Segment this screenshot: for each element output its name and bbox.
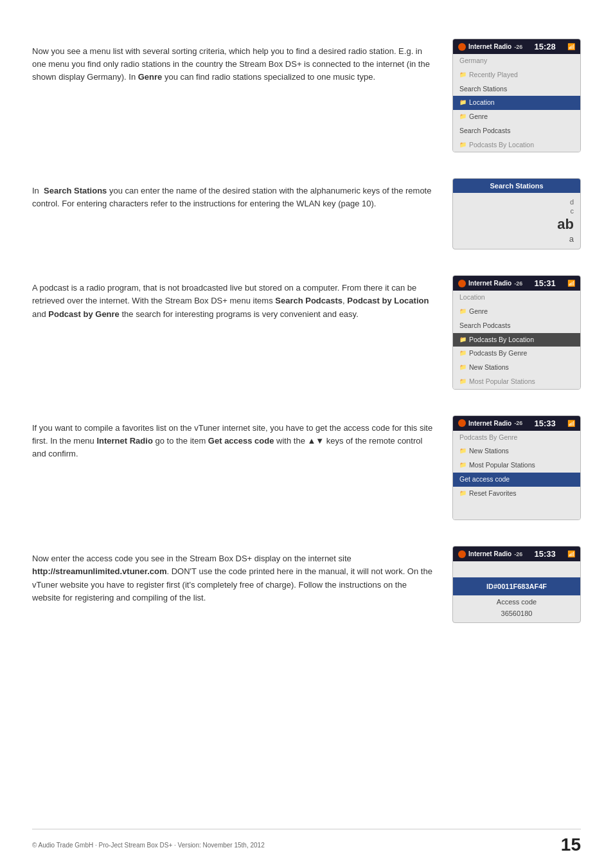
screen-title-3: Internet Radio -26	[458, 280, 522, 287]
folder-icon-podcasts-loc-3: 📁	[459, 336, 466, 345]
menu-item-podcasts-by-genre-3: 📁 Podcasts By Genre	[453, 347, 580, 361]
screen-label-4: Internet Radio	[468, 420, 511, 427]
menu-item-genre-3: 📁 Genre	[453, 305, 580, 319]
logo-dot-1	[458, 43, 466, 51]
access-screen-header: Internet Radio -26 15:33 📶	[453, 547, 580, 561]
menu-item-new-stations-3-label: New Stations	[469, 363, 509, 373]
access-signal-icon: 📶	[567, 550, 575, 557]
menu-item-search-podcasts-3: Search Podcasts	[453, 319, 580, 333]
menu-item-search-podcasts: Search Podcasts	[453, 124, 580, 138]
menu-item-podcasts-genre-4: Podcasts By Genre	[453, 431, 580, 445]
menu-item-podcasts-by-location: 📁 Podcasts By Location	[453, 138, 580, 152]
section-2-screen: Search Stations d c ab a	[452, 178, 581, 249]
menu-item-genre-label: Genre	[469, 112, 488, 122]
screen-time-1: 15:28	[535, 42, 556, 51]
section-4-text: If you want to compile a favorites list …	[32, 415, 433, 460]
menu-item-germany: Germany	[453, 54, 580, 68]
search-char-ab: ab	[557, 216, 574, 233]
section-2-text: In Search Stations you can enter the nam…	[32, 178, 433, 210]
logo-dot-4	[458, 419, 466, 427]
folder-icon-location: 📁	[459, 98, 466, 107]
menu-item-reset-4-label: Reset Favorites	[469, 489, 517, 499]
page-footer: © Audio Trade GmbH · Pro-Ject Stream Box…	[32, 829, 581, 855]
menu-item-location-3-label: Location	[459, 293, 485, 303]
signal-icon-4: 📶	[567, 420, 575, 427]
access-code-number: 36560180	[501, 610, 533, 617]
section-1-text: Now you see a menu list with several sor…	[32, 39, 433, 84]
menu-item-genre: 📁 Genre	[453, 110, 580, 124]
menu-item-genre-3-label: Genre	[469, 307, 488, 317]
access-code-label: Access code	[453, 595, 580, 608]
access-code-value: 36560180	[453, 608, 580, 622]
menu-item-podcasts-genre-4-label: Podcasts By Genre	[459, 433, 517, 443]
logo-dot-3	[458, 280, 466, 287]
search-screen-header: Search Stations	[453, 179, 580, 193]
access-code-label-text: Access code	[497, 598, 537, 606]
section-5-screen: Internet Radio -26 15:33 📶 ID#0011F683AF…	[452, 546, 581, 623]
device-screen-4: Internet Radio -26 15:33 📶 Podcasts By G…	[452, 415, 581, 521]
menu-item-popular-3-label: Most Popular Stations	[469, 377, 535, 387]
screen-body-3: Location 📁 Genre Search Podcasts 📁 Podca…	[453, 291, 580, 388]
menu-item-new-4-label: New Stations	[469, 446, 509, 457]
screen-header-3: Internet Radio -26 15:31 📶	[453, 276, 580, 291]
folder-icon-reset-4: 📁	[459, 489, 466, 498]
screen-temp-4: -26	[514, 420, 522, 426]
folder-icon-podcasts-genre-3: 📁	[459, 349, 466, 358]
search-screen: Search Stations d c ab a	[452, 178, 581, 249]
screen-header-4: Internet Radio -26 15:33 📶	[453, 416, 580, 431]
screen-time-4: 15:33	[535, 419, 556, 428]
menu-item-germany-label: Germany	[459, 56, 487, 66]
access-screen-label: Internet Radio	[468, 550, 511, 557]
screen-body-4: Podcasts By Genre 📁 New Stations 📁 Most …	[453, 431, 580, 520]
screen-temp-3: -26	[514, 280, 522, 287]
section-2: In Search Stations you can enter the nam…	[32, 178, 581, 249]
section-4-screen: Internet Radio -26 15:33 📶 Podcasts By G…	[452, 415, 581, 521]
folder-icon-recently: 📁	[459, 71, 466, 80]
section-3-text: A podcast is a radio program, that is no…	[32, 275, 433, 320]
section-1: Now you see a menu list with several sor…	[32, 39, 581, 152]
section-4: If you want to compile a favorites list …	[32, 415, 581, 521]
menu-item-new-4: 📁 New Stations	[453, 444, 580, 458]
menu-item-search-podcasts-3-label: Search Podcasts	[459, 321, 510, 331]
menu-item-search-stations: Search Stations	[453, 82, 580, 96]
folder-icon-new-3: 📁	[459, 363, 466, 372]
menu-item-popular-4: 📁 Most Popular Stations	[453, 458, 580, 473]
menu-item-podcasts-by-location-label: Podcasts By Location	[469, 140, 534, 150]
menu-item-new-stations-3: 📁 New Stations	[453, 361, 580, 375]
menu-item-podcasts-by-location-3: 📁 Podcasts By Location	[453, 333, 580, 347]
screen-title-1: Internet Radio -26	[458, 43, 522, 51]
screen-label-3: Internet Radio	[468, 280, 511, 287]
device-screen-3: Internet Radio -26 15:31 📶 Location 📁 Ge…	[452, 275, 581, 389]
section-3: A podcast is a radio program, that is no…	[32, 275, 581, 389]
menu-item-popular-4-label: Most Popular Stations	[469, 460, 535, 471]
signal-icon-1: 📶	[567, 43, 575, 50]
screen-temp-1: -26	[514, 44, 522, 50]
screen-time-3: 15:31	[535, 278, 556, 288]
signal-icon-3: 📶	[567, 280, 575, 287]
folder-icon-popular-4: 📁	[459, 461, 466, 470]
menu-item-recently-played: 📁 Recently Played	[453, 68, 580, 82]
access-id-text: ID#0011F683AF4F	[486, 583, 547, 590]
menu-item-location: 📁 Location	[453, 96, 580, 110]
menu-item-get-access-4: Get access code	[453, 473, 580, 487]
section-3-screen: Internet Radio -26 15:31 📶 Location 📁 Ge…	[452, 275, 581, 389]
screen-label-1: Internet Radio	[468, 43, 511, 50]
section-5: Now enter the access code you see in the…	[32, 546, 581, 623]
page-content: Now you see a menu list with several sor…	[0, 0, 613, 674]
menu-item-location-3: Location	[453, 291, 580, 305]
access-id-display: ID#0011F683AF4F	[453, 577, 580, 595]
access-screen-title: Internet Radio -26	[458, 550, 522, 558]
search-char-c: c	[571, 207, 574, 215]
access-screen-time: 15:33	[535, 549, 556, 559]
folder-icon-genre-3: 📁	[459, 307, 466, 316]
menu-item-location-label: Location	[469, 98, 495, 108]
menu-item-podcasts-by-location-3-label: Podcasts By Location	[469, 335, 534, 345]
screen-body-1: Germany 📁 Recently Played Search Station…	[453, 54, 580, 152]
page-number: 15	[561, 835, 581, 855]
menu-item-recently-played-label: Recently Played	[469, 70, 518, 80]
menu-item-get-access-4-label: Get access code	[459, 475, 510, 485]
menu-item-search-stations-label: Search Stations	[459, 84, 507, 95]
folder-icon-new-4: 📁	[459, 447, 466, 456]
search-char-d: d	[570, 198, 574, 206]
menu-item-popular-3: 📁 Most Popular Stations	[453, 375, 580, 389]
